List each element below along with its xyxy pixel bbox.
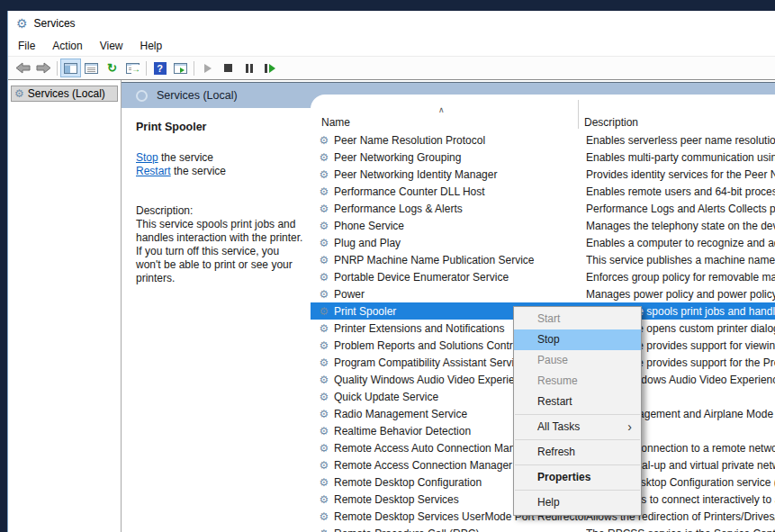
stop-service-icon: [224, 64, 232, 72]
restart-service-button[interactable]: [259, 59, 280, 77]
toolbar-separator: [57, 61, 58, 76]
service-gear-icon: ⚙: [318, 169, 330, 180]
list-icon: [85, 63, 98, 74]
menu-action[interactable]: Action: [52, 40, 82, 52]
restart-link-suffix: the service: [171, 165, 226, 177]
service-row[interactable]: ⚙ Peer Networking Grouping Enables multi…: [311, 149, 775, 166]
export-list-button[interactable]: →: [122, 59, 143, 77]
service-gear-icon: ⚙: [318, 135, 330, 146]
restart-service-icon: [265, 64, 275, 73]
service-row[interactable]: ⚙ Portable Device Enumerator Service Enf…: [311, 268, 775, 285]
service-gear-icon: ⚙: [318, 203, 330, 214]
service-gear-icon: ⚙: [318, 392, 330, 402]
service-gear-icon: ⚙: [318, 409, 330, 419]
context-menu-item-label: Pause: [537, 354, 568, 366]
context-menu-item-all-tasks[interactable]: All Tasks ›: [514, 417, 641, 437]
context-menu-item-label: All Tasks: [537, 420, 580, 433]
menu-bar: File Action View Help: [8, 36, 775, 56]
service-row[interactable]: ⚙ Plug and Play Enables a computer to re…: [311, 234, 775, 251]
service-name: Peer Networking Identity Manager: [334, 168, 586, 181]
show-console-tree-button[interactable]: [60, 59, 81, 77]
pause-service-button[interactable]: [239, 59, 259, 77]
service-description: The RPCSS service is the Service Control…: [586, 527, 775, 532]
service-description: This service publishes a machine name us…: [586, 254, 775, 266]
menu-view[interactable]: View: [100, 40, 123, 52]
context-menu-item-stop[interactable]: Stop: [514, 329, 641, 350]
context-menu-item-resume[interactable]: Resume: [514, 371, 641, 392]
service-description: Performance Logs and Alerts Collects per…: [586, 203, 775, 215]
forward-button[interactable]: [33, 59, 54, 77]
stop-service-link[interactable]: Stop: [136, 151, 158, 164]
service-row[interactable]: ⚙ Performance Counter DLL Host Enables r…: [311, 183, 775, 200]
context-menu: Start Stop Pause Resume Restart All Task…: [513, 306, 642, 516]
service-gear-icon: ⚙: [318, 443, 330, 454]
service-description: Enables a computer to recognize and adap…: [586, 237, 775, 249]
service-description: Enables remote users and 64-bit processe…: [586, 185, 775, 198]
context-menu-item-start[interactable]: Start: [514, 309, 641, 329]
context-menu-item-pause[interactable]: Pause: [514, 350, 641, 371]
export-list-icon: →: [126, 63, 140, 74]
service-row[interactable]: ⚙ Remote Procedure Call (RPC) The RPCSS …: [311, 525, 775, 532]
service-description-text: This service spools print jobs and handl…: [136, 218, 305, 285]
show-action-pane-button[interactable]: [170, 59, 191, 77]
title-bar[interactable]: ⚙ Services: [8, 11, 775, 36]
context-menu-item-label: Restart: [537, 395, 572, 408]
context-menu-item-label: Refresh: [537, 446, 575, 458]
stop-link-suffix: the service: [158, 151, 213, 164]
service-gear-icon: ⚙: [318, 511, 330, 522]
toolbar: ↻ → ?: [8, 56, 775, 79]
sort-ascending-icon: ∧: [438, 105, 445, 114]
back-button[interactable]: [13, 59, 33, 77]
start-service-button[interactable]: [197, 59, 218, 77]
service-name: Peer Name Resolution Protocol: [334, 134, 586, 147]
service-description: Manages power policy and power policy no…: [586, 288, 775, 301]
service-row[interactable]: ⚙ Phone Service Manages the telephony st…: [311, 217, 775, 234]
service-gear-icon: ⚙: [318, 494, 330, 505]
context-menu-item-label: Start: [537, 312, 560, 325]
tree-item-label: Services (Local): [28, 87, 105, 100]
context-menu-item-restart[interactable]: Restart: [514, 392, 641, 412]
service-name: PNRP Machine Name Publication Service: [334, 254, 586, 266]
toolbar-separator: [146, 61, 147, 76]
restart-service-link[interactable]: Restart: [136, 165, 171, 177]
refresh-icon: ↻: [107, 62, 117, 74]
tree-item-services-local[interactable]: ⚙ Services (Local): [11, 86, 118, 102]
context-menu-item-help[interactable]: Help: [514, 492, 641, 513]
services-pane: Services (Local) Print Spooler Stop the …: [122, 80, 775, 532]
service-name: Power: [334, 288, 586, 301]
toolbar-separator: [194, 61, 194, 76]
context-menu-item-properties[interactable]: Properties: [514, 467, 641, 488]
restart-service-line: Restart the service: [136, 165, 303, 178]
service-name: Performance Logs & Alerts: [334, 203, 586, 215]
refresh-button[interactable]: ↻: [102, 59, 122, 77]
context-menu-item-refresh[interactable]: Refresh: [514, 442, 641, 463]
service-description: Enforces group policy for removable mass…: [586, 271, 775, 284]
back-arrow-icon: [15, 62, 31, 74]
service-gear-icon: ⚙: [318, 238, 330, 248]
column-header-name[interactable]: Name: [321, 116, 350, 129]
service-row[interactable]: ⚙ PNRP Machine Name Publication Service …: [311, 251, 775, 268]
main-area: ⚙ Services (Local) Services (Local) Prin…: [8, 79, 775, 532]
service-row[interactable]: ⚙ Peer Name Resolution Protocol Enables …: [311, 131, 775, 149]
service-row[interactable]: ⚙ Peer Networking Identity Manager Provi…: [311, 166, 775, 183]
menu-help[interactable]: Help: [140, 40, 163, 52]
service-gear-icon: ⚙: [318, 152, 330, 163]
console-tree-icon: [64, 63, 77, 74]
service-name: Performance Counter DLL Host: [334, 185, 586, 198]
service-row[interactable]: ⚙ Power Manages power policy and power p…: [311, 285, 775, 302]
context-menu-separator: [515, 414, 640, 415]
properties-list-button[interactable]: [81, 59, 102, 77]
service-description: Manages the telephony state on the devic…: [586, 220, 775, 232]
column-header-description[interactable]: Description: [584, 116, 638, 129]
menu-file[interactable]: File: [18, 40, 35, 52]
service-description: Enables serverless peer name resolution …: [586, 134, 775, 147]
service-action-links: Stop the service Restart the service: [136, 151, 303, 178]
stop-service-button[interactable]: [218, 59, 239, 77]
service-gear-icon: ⚙: [318, 528, 330, 532]
help-button[interactable]: ?: [149, 59, 170, 77]
description-label: Description:: [136, 204, 303, 217]
service-row[interactable]: ⚙ Performance Logs & Alerts Performance …: [311, 200, 775, 217]
column-divider[interactable]: [578, 100, 579, 129]
service-name: Remote Procedure Call (RPC): [334, 527, 586, 532]
context-menu-item-label: Resume: [537, 374, 578, 387]
